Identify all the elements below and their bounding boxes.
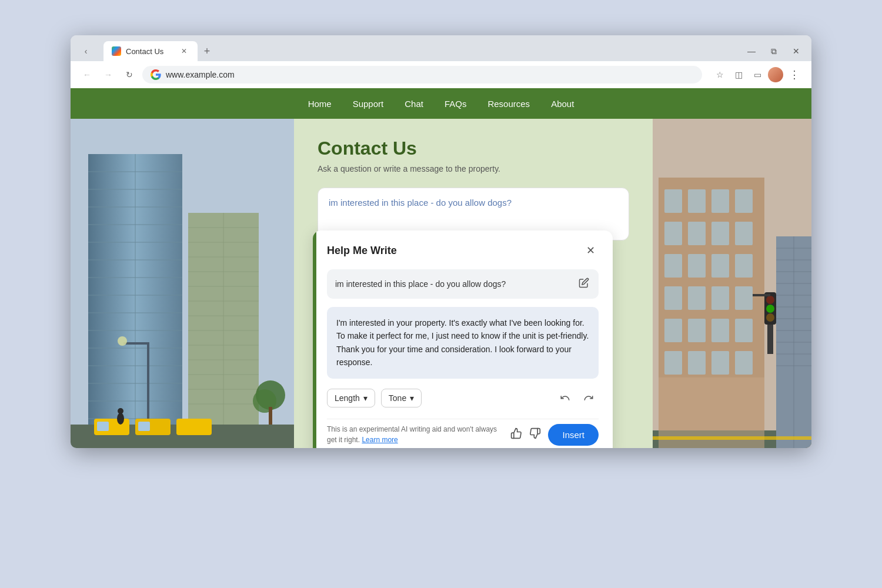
site-nav: Home Support Chat FAQs Resources About — [71, 88, 811, 119]
edit-icon — [579, 278, 589, 288]
svg-rect-50 — [664, 189, 682, 213]
google-logo — [151, 69, 161, 80]
window-controls: — ⧉ ✕ — [743, 43, 804, 59]
reload-button[interactable]: ↻ — [121, 66, 138, 83]
browser-toolbar-right: ☆ ◫ ▭ ⋮ — [711, 66, 803, 83]
svg-rect-59 — [688, 254, 706, 278]
tab-favicon — [112, 46, 121, 56]
learn-more-link[interactable]: Learn more — [362, 436, 397, 444]
maximize-button[interactable]: ⧉ — [766, 43, 782, 59]
city-left-svg — [71, 119, 294, 448]
svg-rect-69 — [735, 319, 753, 342]
hmw-controls: Length ▾ Tone ▾ — [327, 388, 599, 408]
hmw-title: Help Me Write — [327, 245, 397, 257]
thumbup-button[interactable] — [509, 426, 523, 443]
redo-button[interactable] — [579, 388, 599, 408]
contact-form-area: Contact Us Ask a question or write a mes… — [294, 119, 653, 448]
tab-close-button[interactable]: ✕ — [179, 46, 189, 56]
address-bar[interactable]: www.example.com — [142, 66, 702, 83]
address-bar-row: ← → ↻ www.example.com ☆ ◫ ▭ ⋮ — [71, 61, 811, 88]
hmw-header: Help Me Write ✕ — [327, 242, 599, 259]
hmw-feedback — [509, 426, 542, 443]
city-right-svg — [653, 119, 811, 448]
svg-rect-100 — [653, 436, 811, 440]
svg-rect-54 — [664, 222, 682, 245]
insert-button[interactable]: Insert — [548, 424, 599, 446]
svg-rect-57 — [735, 222, 753, 245]
url-text: www.example.com — [166, 70, 235, 79]
hmw-input-row: im interested in this place - do you all… — [327, 269, 599, 299]
length-dropdown[interactable]: Length ▾ — [327, 389, 375, 407]
svg-rect-35 — [123, 342, 149, 345]
contact-subtitle: Ask a question or write a message to the… — [318, 164, 629, 173]
nav-chat[interactable]: Chat — [403, 96, 425, 111]
undo-icon — [560, 393, 570, 403]
svg-rect-66 — [664, 319, 682, 342]
tone-dropdown-icon: ▾ — [410, 393, 414, 403]
svg-point-76 — [766, 296, 774, 304]
thumbup-icon — [510, 427, 522, 439]
nav-support[interactable]: Support — [352, 96, 385, 111]
disclaimer-text: This is an experimental AI writing aid a… — [327, 425, 497, 444]
svg-rect-72 — [711, 351, 729, 375]
thumbdown-button[interactable] — [528, 426, 542, 443]
hmw-edit-button[interactable] — [577, 276, 590, 292]
tab-title: Contact Us — [126, 47, 163, 56]
browser-content: Home Support Chat FAQs Resources About — [71, 88, 811, 448]
undo-button[interactable] — [555, 388, 575, 408]
svg-rect-51 — [688, 189, 706, 213]
nav-faqs[interactable]: FAQs — [443, 96, 468, 111]
browser-sidebar-button[interactable]: ▭ — [749, 66, 766, 83]
length-label: Length — [335, 393, 360, 403]
forward-button[interactable]: → — [100, 66, 116, 83]
svg-point-46 — [253, 389, 276, 413]
city-image-right — [653, 119, 811, 448]
tab-bar: Contact Us ✕ + — [103, 41, 215, 61]
new-tab-button[interactable]: + — [199, 43, 215, 59]
svg-rect-64 — [711, 286, 729, 310]
svg-point-36 — [118, 336, 127, 346]
svg-rect-61 — [735, 254, 753, 278]
svg-rect-70 — [664, 351, 682, 375]
svg-rect-39 — [97, 422, 109, 431]
extensions-button[interactable]: ◫ — [730, 66, 747, 83]
svg-rect-73 — [735, 351, 753, 375]
hmw-undo-redo — [555, 388, 599, 408]
hmw-inner: Help Me Write ✕ im interested in this pl… — [313, 230, 613, 448]
nav-home[interactable]: Home — [307, 96, 333, 111]
svg-point-43 — [117, 413, 124, 425]
bookmark-button[interactable]: ☆ — [711, 66, 728, 83]
minimize-button[interactable]: — — [743, 43, 760, 59]
browser-menu-button[interactable]: ⋮ — [786, 67, 803, 82]
nav-about[interactable]: About — [550, 96, 575, 111]
tone-dropdown[interactable]: Tone ▾ — [381, 389, 422, 407]
hmw-close-button[interactable]: ✕ — [582, 242, 599, 259]
tab-back-button[interactable]: ‹ — [78, 43, 94, 59]
svg-rect-58 — [664, 254, 682, 278]
close-window-button[interactable]: ✕ — [788, 43, 804, 59]
active-tab[interactable]: Contact Us ✕ — [103, 41, 198, 61]
browser-window: ‹ Contact Us ✕ + — ⧉ ✕ ← → ↻ www.e — [71, 35, 811, 448]
hmw-disclaimer: This is an experimental AI writing aid a… — [327, 424, 503, 445]
tone-label: Tone — [389, 393, 406, 403]
svg-rect-65 — [735, 286, 753, 310]
contact-title: Contact Us — [318, 138, 629, 159]
svg-rect-41 — [138, 422, 150, 431]
svg-rect-68 — [711, 319, 729, 342]
svg-point-77 — [766, 305, 774, 313]
svg-rect-55 — [688, 222, 706, 245]
city-image-left — [71, 119, 294, 448]
svg-rect-47 — [269, 407, 272, 425]
user-avatar[interactable] — [768, 67, 783, 82]
svg-rect-63 — [688, 286, 706, 310]
length-dropdown-icon: ▾ — [363, 393, 368, 403]
redo-icon — [583, 393, 594, 403]
hmw-accent-bar — [313, 230, 316, 448]
svg-rect-79 — [753, 294, 770, 296]
svg-rect-53 — [735, 189, 753, 213]
hmw-generated-text: I'm interested in your property. It's ex… — [327, 307, 599, 379]
help-me-write-card: Help Me Write ✕ im interested in this pl… — [313, 230, 613, 448]
back-button[interactable]: ← — [79, 66, 95, 83]
nav-resources[interactable]: Resources — [486, 96, 531, 111]
svg-point-78 — [766, 313, 774, 322]
